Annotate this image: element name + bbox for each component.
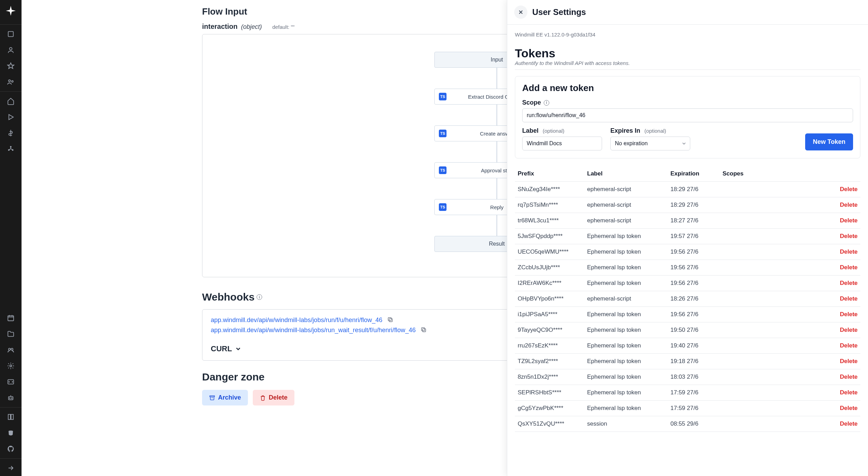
token-expiration: 17:59 27/6	[670, 405, 723, 412]
token-row: rru267sEzK**** Ephemeral lsp token 19:40…	[515, 338, 860, 354]
delete-token-link[interactable]: Delete	[826, 295, 858, 302]
token-row: rq7pSTsiMn**** ephemeral-script 18:29 27…	[515, 197, 860, 213]
discord-icon[interactable]	[3, 426, 18, 440]
token-row: I2RErAW6Kc**** Ephemeral lsp token 19:56…	[515, 276, 860, 291]
token-label: ephemeral-script	[587, 186, 670, 193]
play-icon[interactable]	[3, 110, 18, 124]
token-row: ZCcbUsJUjb**** Ephemeral lsp token 19:56…	[515, 260, 860, 276]
star-icon[interactable]	[3, 59, 18, 73]
th-scopes: Scopes	[723, 170, 826, 177]
token-prefix: gCg5YzwPbK****	[518, 405, 587, 412]
delete-token-link[interactable]: Delete	[826, 248, 858, 255]
token-row: SNuZeg34Ie**** ephemeral-script 18:29 27…	[515, 182, 860, 197]
svg-rect-15	[389, 319, 392, 322]
windmill-logo	[5, 5, 17, 17]
token-expiration: 19:40 27/6	[670, 342, 723, 349]
delete-token-link[interactable]: Delete	[826, 280, 858, 287]
user-icon[interactable]	[3, 43, 18, 57]
th-expiration: Expiration	[670, 170, 723, 177]
token-expiration: 19:56 27/6	[670, 264, 723, 271]
svg-point-8	[9, 348, 10, 350]
delete-token-link[interactable]: Delete	[826, 186, 858, 193]
workspace-icon[interactable]	[3, 27, 18, 41]
user-settings-panel: User Settings Windmill EE v1.122.0-9-g03…	[507, 0, 868, 476]
close-button[interactable]	[514, 6, 527, 19]
copy-icon[interactable]	[387, 317, 393, 324]
token-prefix: i1piJPSaA5****	[518, 311, 587, 318]
code-icon[interactable]	[3, 375, 18, 389]
token-expiration: 19:50 27/6	[670, 327, 723, 334]
webhook-url[interactable]: app.windmill.dev/api/w/windmill-labs/job…	[211, 327, 416, 334]
token-expiration: 18:27 27/6	[670, 217, 723, 224]
home-icon[interactable]	[3, 94, 18, 108]
token-row: 9TayyeQC9O**** Ephemeral lsp token 19:50…	[515, 322, 860, 338]
delete-token-link[interactable]: Delete	[826, 420, 858, 427]
token-expiration: 19:57 27/6	[670, 233, 723, 240]
svg-point-14	[11, 398, 12, 399]
token-label: Ephemeral lsp token	[587, 389, 670, 396]
robot-icon[interactable]	[3, 391, 18, 405]
token-row: 8zn5n1Dx2j**** Ephemeral lsp token 18:03…	[515, 369, 860, 385]
svg-point-2	[9, 80, 10, 82]
token-label: Ephemeral lsp token	[587, 327, 670, 334]
svg-rect-17	[423, 329, 426, 332]
add-token-title: Add a new token	[522, 83, 853, 93]
token-row: SEPlRSHbtS**** Ephemeral lsp token 17:59…	[515, 385, 860, 401]
gear-icon[interactable]	[3, 359, 18, 373]
delete-token-link[interactable]: Delete	[826, 405, 858, 412]
delete-token-link[interactable]: Delete	[826, 342, 858, 349]
token-label: Ephemeral lsp token	[587, 374, 670, 380]
expires-select[interactable]	[610, 137, 690, 150]
token-prefix: QsXY51ZvQU****	[518, 420, 587, 427]
chevron-down-icon	[235, 345, 242, 352]
token-expiration: 19:18 27/6	[670, 358, 723, 365]
delete-token-link[interactable]: Delete	[826, 233, 858, 240]
scope-input[interactable]	[522, 108, 853, 122]
delete-token-link[interactable]: Delete	[826, 311, 858, 318]
token-label: ephemeral-script	[587, 217, 670, 224]
svg-rect-18	[422, 328, 425, 331]
delete-token-link[interactable]: Delete	[826, 327, 858, 334]
delete-token-link[interactable]: Delete	[826, 374, 858, 380]
folder-icon[interactable]	[3, 327, 18, 341]
webhook-url[interactable]: app.windmill.dev/api/w/windmill-labs/job…	[211, 317, 382, 324]
delete-button[interactable]: Delete	[253, 390, 294, 405]
groups-icon[interactable]	[3, 343, 18, 357]
version-text: Windmill EE v1.122.0-9-g03da1f34	[515, 32, 860, 38]
scope-label: Scope i	[522, 99, 853, 106]
token-expiration: 17:59 27/6	[670, 389, 723, 396]
interaction-type: (object)	[241, 23, 262, 31]
delete-token-link[interactable]: Delete	[826, 358, 858, 365]
token-table: Prefix Label Expiration Scopes SNuZeg34I…	[515, 166, 860, 432]
github-icon[interactable]	[3, 442, 18, 456]
delete-token-link[interactable]: Delete	[826, 264, 858, 271]
delete-token-link[interactable]: Delete	[826, 389, 858, 396]
expand-icon[interactable]	[3, 461, 18, 475]
archive-button[interactable]: Archive	[202, 390, 248, 405]
token-prefix: SEPlRSHbtS****	[518, 389, 587, 396]
token-label: session	[587, 420, 670, 427]
delete-token-link[interactable]: Delete	[826, 202, 858, 208]
add-token-card: Add a new token Scope i Label (optional)…	[515, 76, 860, 158]
typescript-icon: TS	[439, 93, 446, 100]
token-prefix: 5JwSFQpddp****	[518, 233, 587, 240]
modal-header: User Settings	[507, 0, 868, 25]
copy-icon[interactable]	[420, 327, 427, 334]
svg-point-4	[10, 146, 12, 148]
interaction-default: default: ""	[272, 24, 294, 30]
tree-icon[interactable]	[3, 142, 18, 156]
users-icon[interactable]	[3, 75, 18, 89]
svg-rect-19	[210, 396, 215, 397]
calendar-icon[interactable]	[3, 311, 18, 325]
svg-point-1	[9, 48, 12, 50]
new-token-button[interactable]: New Token	[805, 133, 853, 150]
delete-token-link[interactable]: Delete	[826, 217, 858, 224]
typescript-icon: TS	[439, 130, 446, 137]
token-label: Ephemeral lsp token	[587, 248, 670, 255]
book-icon[interactable]	[3, 410, 18, 424]
token-prefix: I2RErAW6Kc****	[518, 280, 587, 287]
label-input[interactable]	[522, 137, 602, 150]
dollar-icon[interactable]	[3, 126, 18, 140]
th-label: Label	[587, 170, 670, 177]
th-prefix: Prefix	[518, 170, 587, 177]
